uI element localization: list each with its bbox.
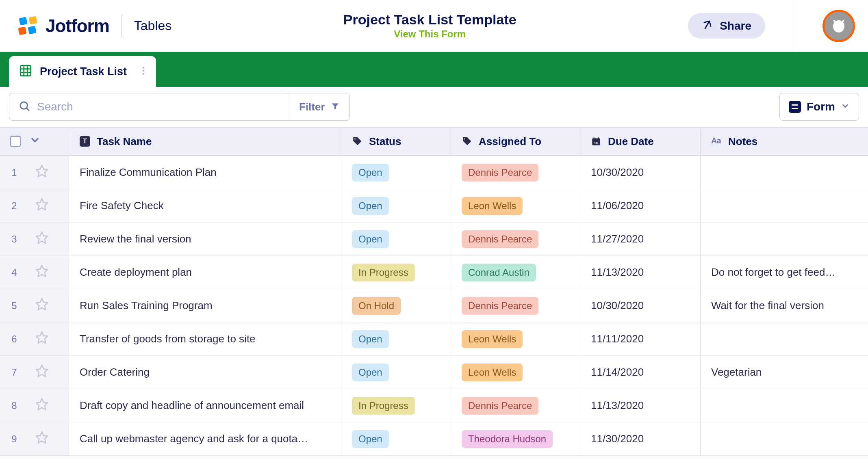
cell-task-name[interactable]: Review the final version bbox=[69, 223, 341, 255]
table-row[interactable]: 2 Fire Safety Check Open Leon Wells 11/0… bbox=[0, 189, 868, 223]
cell-status[interactable]: Open bbox=[341, 156, 451, 189]
star-icon[interactable] bbox=[27, 264, 49, 281]
cell-task-name[interactable]: Finalize Communication Plan bbox=[69, 156, 341, 189]
cell-due-date[interactable]: 11/11/2020 bbox=[580, 322, 701, 355]
table-header: T Task Name Status Assigned To 10 Due Da… bbox=[0, 128, 868, 156]
star-icon[interactable] bbox=[27, 231, 49, 247]
cell-status[interactable]: Open bbox=[341, 356, 451, 389]
star-icon[interactable] bbox=[27, 164, 49, 181]
data-table: T Task Name Status Assigned To 10 Due Da… bbox=[0, 127, 868, 456]
star-icon[interactable] bbox=[27, 331, 49, 347]
cell-notes[interactable] bbox=[701, 223, 868, 255]
cell-due-date[interactable]: 11/06/2020 bbox=[580, 189, 701, 222]
cell-notes[interactable] bbox=[701, 389, 868, 422]
cell-due-date[interactable]: 11/13/2020 bbox=[580, 389, 701, 422]
star-icon[interactable] bbox=[27, 431, 49, 447]
cell-notes[interactable] bbox=[701, 189, 868, 222]
cell-status[interactable]: Open bbox=[341, 422, 451, 455]
cell-notes[interactable] bbox=[701, 422, 868, 455]
cell-due-date[interactable]: 10/30/2020 bbox=[580, 289, 701, 322]
avatar[interactable] bbox=[822, 10, 855, 42]
cell-due-date[interactable]: 10/30/2020 bbox=[580, 156, 701, 189]
view-form-link[interactable]: View This Form bbox=[394, 28, 466, 40]
filter-icon bbox=[331, 101, 340, 113]
cell-assigned[interactable]: Dennis Pearce bbox=[451, 156, 580, 189]
tab-menu-icon[interactable] bbox=[134, 65, 149, 78]
chevron-down-icon[interactable] bbox=[29, 134, 41, 149]
cell-notes[interactable] bbox=[701, 156, 868, 189]
column-header-notes[interactable]: Aa Notes bbox=[701, 128, 868, 155]
cell-assigned[interactable]: Leon Wells bbox=[451, 322, 580, 355]
star-icon[interactable] bbox=[27, 397, 49, 414]
column-label: Assigned To bbox=[479, 135, 541, 148]
cell-assigned[interactable]: Dennis Pearce bbox=[451, 223, 580, 255]
cell-notes[interactable]: Wait for the final version bbox=[701, 289, 868, 322]
cell-due-date[interactable]: 11/30/2020 bbox=[580, 422, 701, 455]
cell-task-name[interactable]: Order Catering bbox=[69, 356, 341, 389]
cell-notes[interactable]: Do not forget to get feed… bbox=[701, 256, 868, 289]
status-pill: In Progress bbox=[352, 264, 415, 281]
text-column-icon: T bbox=[80, 136, 90, 147]
table-row[interactable]: 1 Finalize Communication Plan Open Denni… bbox=[0, 156, 868, 189]
table-row[interactable]: 9 Call up webmaster agency and ask for a… bbox=[0, 422, 868, 456]
cell-task-name[interactable]: Transfer of goods from storage to site bbox=[69, 322, 341, 355]
share-button[interactable]: Share bbox=[688, 13, 765, 39]
column-header-assigned[interactable]: Assigned To bbox=[451, 128, 580, 155]
cell-status[interactable]: Open bbox=[341, 223, 451, 255]
star-icon[interactable] bbox=[27, 297, 49, 314]
row-select: 2 bbox=[0, 189, 69, 222]
cell-notes[interactable]: Vegetarian bbox=[701, 356, 868, 389]
table-row[interactable]: 5 Run Sales Training Program On Hold Den… bbox=[0, 289, 868, 322]
cell-assigned[interactable]: Leon Wells bbox=[451, 189, 580, 222]
search-input[interactable] bbox=[37, 100, 280, 113]
star-icon[interactable] bbox=[27, 197, 49, 214]
cell-assigned[interactable]: Dennis Pearce bbox=[451, 289, 580, 322]
column-header-status[interactable]: Status bbox=[341, 128, 451, 155]
column-header-name[interactable]: T Task Name bbox=[69, 128, 341, 155]
cell-status[interactable]: Open bbox=[341, 322, 451, 355]
tab-project-task-list[interactable]: Project Task List bbox=[9, 56, 156, 87]
cell-task-name[interactable]: Call up webmaster agency and ask for a q… bbox=[69, 422, 341, 455]
row-number: 6 bbox=[10, 333, 19, 345]
cell-task-name[interactable]: Fire Safety Check bbox=[69, 189, 341, 222]
cell-due-date[interactable]: 11/14/2020 bbox=[580, 356, 701, 389]
table-row[interactable]: 7 Order Catering Open Leon Wells 11/14/2… bbox=[0, 356, 868, 389]
table-row[interactable]: 6 Transfer of goods from storage to site… bbox=[0, 322, 868, 356]
share-label: Share bbox=[720, 19, 751, 32]
column-label: Notes bbox=[728, 135, 757, 148]
row-select: 5 bbox=[0, 289, 69, 322]
select-all-checkbox[interactable] bbox=[10, 136, 21, 147]
cell-due-date[interactable]: 11/13/2020 bbox=[580, 256, 701, 289]
form-icon bbox=[789, 101, 801, 113]
cell-task-name[interactable]: Draft copy and headline of announcement … bbox=[69, 389, 341, 422]
column-header-due[interactable]: 10 Due Date bbox=[580, 128, 701, 155]
status-pill: Open bbox=[352, 330, 389, 348]
logo[interactable]: Jotform bbox=[18, 16, 109, 36]
form-view-button[interactable]: Form bbox=[779, 93, 859, 121]
search-box[interactable] bbox=[9, 93, 289, 121]
cell-assigned[interactable]: Leon Wells bbox=[451, 356, 580, 389]
row-number: 3 bbox=[10, 234, 19, 245]
table-row[interactable]: 8 Draft copy and headline of announcemen… bbox=[0, 389, 868, 422]
cell-assigned[interactable]: Dennis Pearce bbox=[451, 389, 580, 422]
cell-due-date[interactable]: 11/27/2020 bbox=[580, 223, 701, 255]
cell-assigned[interactable]: Conrad Austin bbox=[451, 256, 580, 289]
cell-assigned[interactable]: Theodora Hudson bbox=[451, 422, 580, 455]
cell-status[interactable]: In Progress bbox=[341, 389, 451, 422]
search-filter-group: Filter bbox=[9, 93, 350, 121]
product-name[interactable]: Tables bbox=[134, 18, 172, 33]
svg-rect-4 bbox=[20, 65, 31, 76]
cell-notes[interactable] bbox=[701, 322, 868, 355]
filter-button[interactable]: Filter bbox=[289, 93, 350, 121]
divider bbox=[122, 15, 122, 37]
logo-icon bbox=[18, 16, 38, 36]
cell-status[interactable]: In Progress bbox=[341, 256, 451, 289]
assignee-pill: Dennis Pearce bbox=[462, 164, 538, 182]
table-row[interactable]: 3 Review the final version Open Dennis P… bbox=[0, 223, 868, 256]
cell-task-name[interactable]: Create deployment plan bbox=[69, 256, 341, 289]
table-row[interactable]: 4 Create deployment plan In Progress Con… bbox=[0, 256, 868, 289]
cell-status[interactable]: Open bbox=[341, 189, 451, 222]
cell-task-name[interactable]: Run Sales Training Program bbox=[69, 289, 341, 322]
star-icon[interactable] bbox=[27, 364, 49, 381]
cell-status[interactable]: On Hold bbox=[341, 289, 451, 322]
